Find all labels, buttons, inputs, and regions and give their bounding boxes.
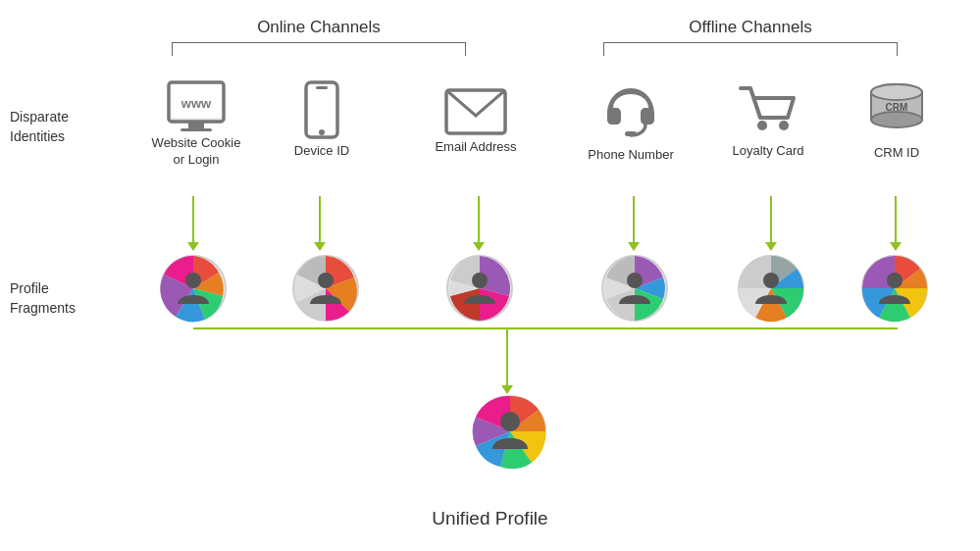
arrow-website bbox=[192, 196, 194, 243]
icon-col-email: Email Address bbox=[422, 88, 530, 154]
diagram: Online Channels Offline Channels Dispara… bbox=[0, 0, 980, 551]
fragment-loyalty bbox=[736, 253, 806, 324]
svg-rect-6 bbox=[316, 86, 328, 89]
svg-point-30 bbox=[500, 412, 520, 431]
phone-label: Phone Number bbox=[588, 147, 673, 162]
fragment-website bbox=[158, 253, 229, 324]
svg-point-7 bbox=[319, 129, 325, 135]
line-left bbox=[193, 327, 507, 329]
email-icon bbox=[444, 88, 507, 135]
line-right bbox=[507, 327, 898, 329]
website-label: Website Cookie or Login bbox=[152, 135, 241, 169]
arrow-email bbox=[478, 196, 480, 243]
email-label: Email Address bbox=[435, 139, 516, 154]
fragment-email bbox=[444, 253, 515, 324]
website-icon: www bbox=[167, 80, 226, 131]
disparate-label: Disparate Identities bbox=[10, 108, 69, 146]
fragment-device bbox=[290, 253, 361, 324]
svg-point-26 bbox=[763, 273, 779, 288]
svg-text:www: www bbox=[181, 96, 212, 111]
arrow-phone bbox=[633, 196, 635, 243]
fragment-crm bbox=[859, 253, 930, 324]
loyalty-icon bbox=[737, 80, 799, 139]
loyalty-label: Loyalty Card bbox=[733, 143, 804, 158]
line-center-down bbox=[506, 327, 508, 386]
arrow-crm bbox=[895, 196, 897, 243]
svg-point-14 bbox=[871, 112, 922, 127]
svg-point-15 bbox=[871, 84, 922, 100]
fragment-phone bbox=[599, 253, 670, 324]
arrow-loyalty bbox=[770, 196, 772, 243]
svg-rect-2 bbox=[188, 122, 204, 128]
unified-profile-chart bbox=[471, 392, 549, 471]
svg-point-20 bbox=[318, 273, 334, 288]
device-icon bbox=[304, 80, 339, 139]
svg-point-11 bbox=[779, 121, 789, 130]
icon-col-phone: Phone Number bbox=[577, 80, 685, 162]
icon-col-loyalty: Loyalty Card bbox=[714, 80, 822, 158]
crm-icon: CRM bbox=[868, 80, 925, 141]
unified-profile-label: Unified Profile bbox=[0, 508, 980, 529]
svg-rect-9 bbox=[625, 131, 637, 136]
icon-col-device: Device ID bbox=[278, 80, 366, 158]
svg-text:CRM: CRM bbox=[886, 102, 908, 113]
svg-point-24 bbox=[627, 273, 643, 288]
fragments-label: Profile Fragments bbox=[10, 279, 76, 318]
svg-point-10 bbox=[757, 121, 767, 130]
svg-point-22 bbox=[472, 273, 488, 288]
crm-label: CRM ID bbox=[874, 145, 919, 160]
online-channels-label: Online Channels bbox=[257, 18, 381, 37]
svg-rect-3 bbox=[181, 128, 212, 131]
phone-icon bbox=[599, 80, 662, 143]
arrow-device bbox=[319, 196, 321, 243]
device-label: Device ID bbox=[294, 143, 349, 158]
offline-channels-label: Offline Channels bbox=[689, 18, 811, 37]
icon-col-website: www Website Cookie or Login bbox=[142, 80, 250, 169]
svg-point-18 bbox=[185, 273, 201, 288]
svg-point-28 bbox=[887, 273, 903, 288]
svg-rect-5 bbox=[306, 82, 337, 137]
icon-col-crm: CRM CRM ID bbox=[857, 80, 936, 160]
